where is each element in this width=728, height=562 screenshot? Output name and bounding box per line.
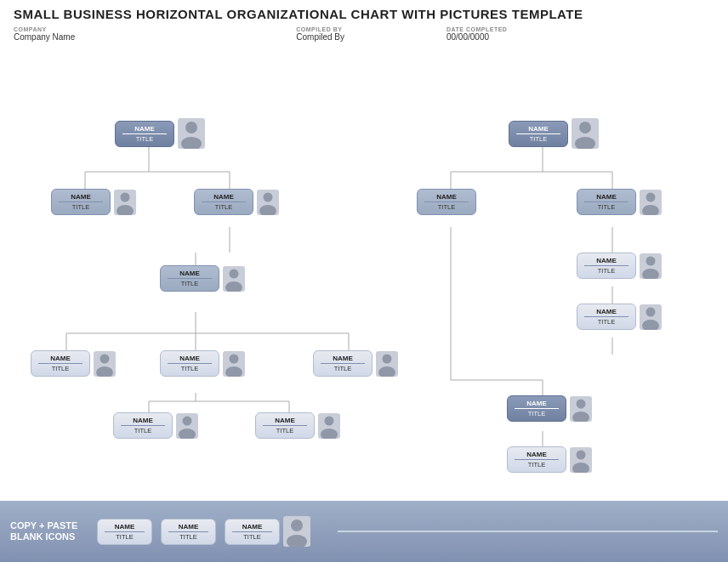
svg-point-63 xyxy=(646,307,656,316)
node-name: NAME xyxy=(516,125,560,134)
svg-point-36 xyxy=(230,269,239,278)
bottom-nodes: NAME TITLE NAME TITLE NAME TITLE xyxy=(97,516,310,547)
date-meta: DATE COMPLETED 00/00/0000 xyxy=(446,26,507,42)
node-l2: NAME TITLE xyxy=(160,265,245,292)
node-title: TITLE xyxy=(515,410,559,417)
chart-area: NAME TITLE NAME TITLE xyxy=(0,48,728,491)
person-icon-r-sub-left xyxy=(570,396,592,422)
person-icon-root-right xyxy=(572,118,599,149)
page: SMALL BUSINESS HORIZONTAL ORGANIZATIONAL… xyxy=(0,0,728,562)
node-name: NAME xyxy=(202,193,246,202)
person-icon-r-sub-right xyxy=(570,447,592,473)
compiled-value: Compiled By xyxy=(296,32,344,42)
node-l4-right: NAME TITLE xyxy=(255,412,340,439)
node-name: NAME xyxy=(321,355,365,364)
node-title: TITLE xyxy=(515,461,559,468)
node-l3-right: NAME TITLE xyxy=(313,350,398,377)
svg-point-69 xyxy=(577,450,586,459)
node-r2: NAME TITLE xyxy=(577,253,662,279)
person-icon-r3 xyxy=(640,304,662,330)
node-name: NAME xyxy=(168,523,208,532)
node-title: TITLE xyxy=(321,365,365,372)
svg-point-33 xyxy=(264,192,273,202)
company-value: Company Name xyxy=(14,32,75,42)
node-l4-left: NAME TITLE xyxy=(113,412,198,439)
svg-point-72 xyxy=(291,519,303,531)
node-name: NAME xyxy=(515,400,559,409)
svg-point-60 xyxy=(646,256,656,265)
node-card-l2: NAME TITLE xyxy=(160,265,219,292)
page-title: SMALL BUSINESS HORIZONTAL ORGANIZATIONAL… xyxy=(14,7,714,21)
node-r-sub-right: NAME TITLE xyxy=(507,446,592,473)
person-icon-l4-left xyxy=(176,413,198,439)
blank-node-1: NAME TITLE xyxy=(97,519,152,545)
node-name: NAME xyxy=(168,270,212,279)
node-r1-left: NAME TITLE xyxy=(417,189,476,215)
svg-point-42 xyxy=(230,354,239,363)
person-icon-blank xyxy=(283,516,310,547)
node-name: NAME xyxy=(263,417,307,426)
bottom-bar: COPY + PASTE BLANK ICONS NAME TITLE NAME… xyxy=(0,501,728,562)
person-icon-l3-right xyxy=(376,351,398,377)
node-name: NAME xyxy=(121,417,165,426)
node-title: TITLE xyxy=(263,427,307,434)
node-card-root-right: NAME TITLE xyxy=(509,121,568,147)
node-title: TITLE xyxy=(38,365,82,372)
compiled-label: COMPILED BY xyxy=(296,26,344,32)
person-icon-l1-left xyxy=(114,190,136,215)
node-name: NAME xyxy=(584,257,628,266)
node-l1-left: NAME TITLE xyxy=(51,189,136,215)
node-card-l3-left: NAME TITLE xyxy=(31,350,90,377)
person-icon-r1-right xyxy=(640,190,662,215)
node-title: TITLE xyxy=(584,203,628,211)
node-r3: NAME TITLE xyxy=(577,304,662,330)
person-icon-l1-right xyxy=(257,190,279,215)
node-title: TITLE xyxy=(202,203,246,211)
node-card-r-sub-right: NAME TITLE xyxy=(507,446,566,473)
node-name: NAME xyxy=(424,193,469,202)
node-name: NAME xyxy=(38,355,82,364)
node-title: TITLE xyxy=(121,427,165,434)
date-value: 00/00/0000 xyxy=(446,32,507,42)
node-card-l4-right: NAME TITLE xyxy=(255,412,315,439)
node-name: NAME xyxy=(122,125,167,134)
node-title: TITLE xyxy=(584,267,628,275)
blank-node-2: NAME TITLE xyxy=(161,519,216,545)
person-icon-l3-mid xyxy=(223,351,245,377)
svg-point-48 xyxy=(183,416,192,425)
person-icon-root-left xyxy=(178,118,205,149)
node-title: TITLE xyxy=(168,533,208,541)
node-title: TITLE xyxy=(59,203,103,211)
node-name: NAME xyxy=(584,308,628,317)
node-card-r3: NAME TITLE xyxy=(577,304,636,330)
node-title: TITLE xyxy=(168,280,212,287)
svg-point-45 xyxy=(383,354,392,363)
company-label: COMPANY xyxy=(14,26,75,32)
date-label: DATE COMPLETED xyxy=(446,26,507,32)
blank-card-1: NAME TITLE xyxy=(97,519,152,545)
copy-paste-label: COPY + PASTE BLANK ICONS xyxy=(10,520,87,542)
svg-point-30 xyxy=(121,192,130,202)
node-name: NAME xyxy=(515,451,559,460)
meta-row: COMPANY Company Name COMPILED BY Compile… xyxy=(14,26,714,42)
node-title: TITLE xyxy=(105,533,145,541)
svg-point-51 xyxy=(325,416,334,425)
node-title: TITLE xyxy=(168,365,212,372)
bottom-line xyxy=(338,531,718,532)
node-name: NAME xyxy=(232,523,272,532)
node-card-r1-right: NAME TITLE xyxy=(577,189,636,215)
svg-point-66 xyxy=(577,399,586,408)
node-l3-left: NAME TITLE xyxy=(31,350,116,377)
svg-point-39 xyxy=(100,354,110,363)
company-meta: COMPANY Company Name xyxy=(14,26,75,42)
person-icon-l4-right xyxy=(318,413,340,439)
blank-node-3: NAME TITLE xyxy=(225,516,310,547)
node-card-root-left: NAME TITLE xyxy=(115,121,174,147)
node-name: NAME xyxy=(59,193,103,202)
node-title: TITLE xyxy=(122,135,167,143)
node-name: NAME xyxy=(105,523,145,532)
person-icon-l3-left xyxy=(94,351,116,377)
blank-card-2: NAME TITLE xyxy=(161,519,216,545)
node-card-l1-right: NAME TITLE xyxy=(194,189,253,215)
person-icon-l2 xyxy=(223,266,245,292)
